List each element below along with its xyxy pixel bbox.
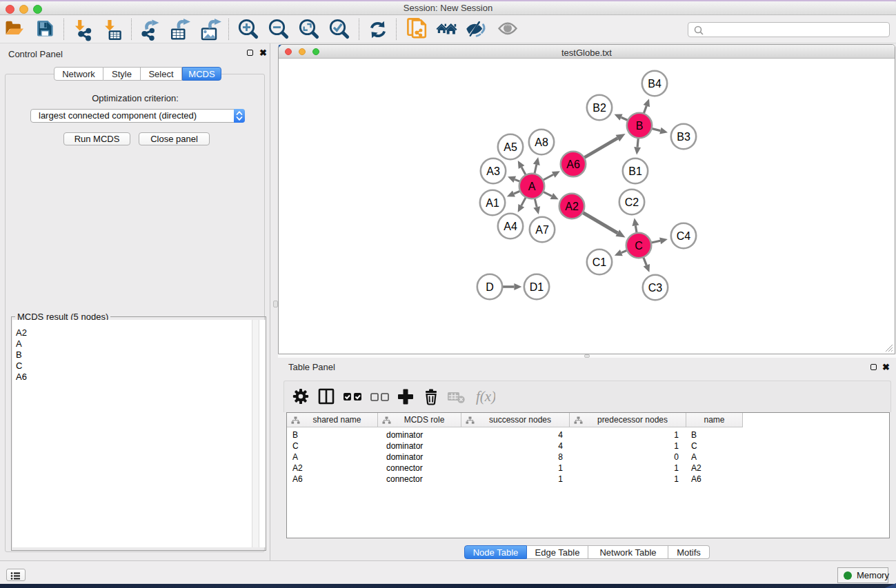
svg-text:D: D bbox=[486, 281, 494, 293]
svg-text:B4: B4 bbox=[648, 78, 661, 90]
svg-text:D1: D1 bbox=[530, 281, 544, 293]
svg-text:A3: A3 bbox=[486, 165, 500, 177]
svg-text:B3: B3 bbox=[677, 131, 690, 143]
svg-text:A5: A5 bbox=[504, 141, 517, 153]
svg-text:C3: C3 bbox=[648, 282, 663, 294]
svg-text:C: C bbox=[635, 240, 643, 252]
svg-text:A8: A8 bbox=[535, 136, 548, 148]
svg-text:A6: A6 bbox=[566, 159, 580, 170]
svg-text:C1: C1 bbox=[593, 256, 607, 268]
svg-text:C2: C2 bbox=[625, 196, 639, 208]
svg-text:A7: A7 bbox=[535, 224, 549, 236]
svg-text:A: A bbox=[528, 181, 536, 192]
svg-text:B: B bbox=[636, 120, 644, 132]
svg-text:f(x): f(x) bbox=[476, 388, 495, 405]
svg-text:B1: B1 bbox=[628, 165, 642, 177]
svg-text:C4: C4 bbox=[677, 230, 691, 242]
svg-text:A4: A4 bbox=[504, 221, 517, 232]
svg-text:B2: B2 bbox=[593, 102, 606, 114]
svg-text:A2: A2 bbox=[565, 201, 579, 212]
svg-text:A1: A1 bbox=[486, 197, 499, 209]
